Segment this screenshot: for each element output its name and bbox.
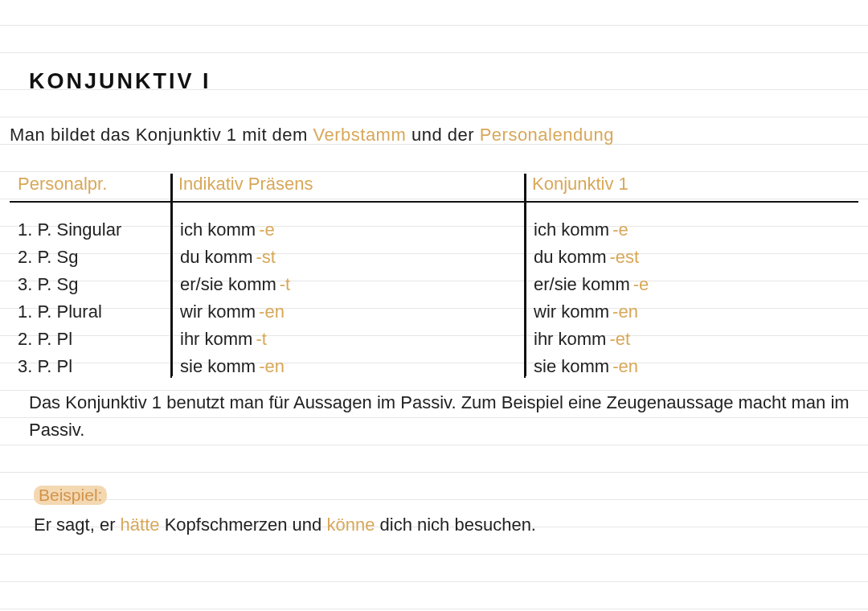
table-row: 2. P. Pl (18, 328, 162, 351)
table-row: ihr komm-t (180, 328, 516, 351)
table-row: wir komm-en (534, 301, 850, 323)
table-row: 1. P. Singular (18, 219, 162, 241)
table-header-row: Personalpr. Indikativ Präsens Konjunktiv… (10, 174, 858, 199)
col-header-konjunktiv: Konjunktiv 1 (524, 174, 858, 199)
verb-stem: wir komm (534, 301, 609, 322)
example-text-a: Er sagt, er (34, 515, 121, 535)
table-row: 3. P. Sg (18, 273, 162, 296)
verb-suffix: -en (256, 356, 285, 376)
verb-stem: er/sie komm (534, 274, 630, 294)
example-label: Beispiel: (34, 486, 107, 505)
verb-suffix: -en (609, 356, 638, 376)
table-row: er/sie komm-t (180, 273, 516, 296)
verb-stem: du komm (180, 247, 252, 267)
example-text-c: dich nich besuchen. (380, 515, 536, 535)
table-vrule-1 (170, 174, 173, 376)
verb-stem: du komm (534, 247, 606, 267)
table-hrule (10, 201, 858, 203)
col-personalpr: 1. P. Singular 2. P. Sg 3. P. Sg 1. P. P… (10, 219, 170, 378)
verb-suffix: -t (276, 274, 290, 294)
example-text-b: Kopfschmerzen und (165, 515, 327, 535)
verb-stem: sie komm (180, 356, 256, 376)
verb-suffix: -e (609, 219, 628, 240)
verb-suffix: -en (256, 301, 285, 322)
table-row: du komm-est (534, 246, 850, 269)
verb-stem: sie komm (534, 356, 609, 376)
intro-text-b: und der (411, 125, 480, 145)
intro-highlight-2: Personalendung (480, 125, 614, 145)
table-row: du komm-st (180, 246, 516, 269)
verb-stem: er/sie komm (180, 274, 276, 294)
table-row: ich komm-e (180, 219, 516, 241)
table-row: wir komm-en (180, 301, 516, 323)
table-row: ich komm-e (534, 219, 850, 241)
table-vrule-2 (524, 174, 526, 376)
verb-suffix: -st (252, 247, 275, 267)
verb-suffix: -est (606, 247, 639, 267)
verb-stem: ich komm (534, 219, 609, 240)
verb-suffix: -et (606, 329, 630, 349)
table-row: 1. P. Plural (18, 301, 162, 323)
table-row: er/sie komm-e (534, 273, 850, 296)
verb-suffix: -en (609, 301, 638, 322)
verb-stem: wir komm (180, 301, 256, 322)
intro-text-a: Man bildet das Konjunktiv 1 mit dem (10, 125, 313, 145)
example-highlight-2: könne (326, 515, 375, 535)
intro-line: Man bildet das Konjunktiv 1 mit dem Verb… (10, 125, 858, 146)
verb-stem: ich komm (180, 219, 256, 240)
verb-suffix: -t (252, 329, 266, 349)
table-row: 3. P. Pl (18, 355, 162, 378)
example-label-highlight: Beispiel: (34, 486, 107, 505)
conjugation-table: Personalpr. Indikativ Präsens Konjunktiv… (10, 174, 858, 378)
col-header-indikativ: Indikativ Präsens (170, 174, 524, 199)
explanation-text: Das Konjunktiv 1 benutzt man für Aussage… (29, 389, 852, 444)
page-title: KONJUNKTIV I (29, 69, 211, 94)
table-row: sie komm-en (180, 355, 516, 378)
intro-highlight-1: Verbstamm (313, 125, 407, 145)
verb-suffix: -e (630, 274, 649, 294)
example-highlight-1: hätte (121, 515, 160, 535)
table-body: 1. P. Singular 2. P. Sg 3. P. Sg 1. P. P… (10, 219, 858, 378)
col-header-personalpr: Personalpr. (10, 174, 170, 199)
table-row: ihr komm-et (534, 328, 850, 351)
verb-stem: ihr komm (180, 329, 252, 349)
col-indikativ: ich komm-e du komm-st er/sie komm-t wir … (170, 219, 524, 378)
verb-suffix: -e (256, 219, 275, 240)
table-row: sie komm-en (534, 355, 850, 378)
example-sentence: Er sagt, er hätte Kopfschmerzen und könn… (34, 515, 852, 535)
verb-stem: ihr komm (534, 329, 606, 349)
table-row: 2. P. Sg (18, 246, 162, 269)
col-konjunktiv: ich komm-e du komm-est er/sie komm-e wir… (524, 219, 858, 378)
